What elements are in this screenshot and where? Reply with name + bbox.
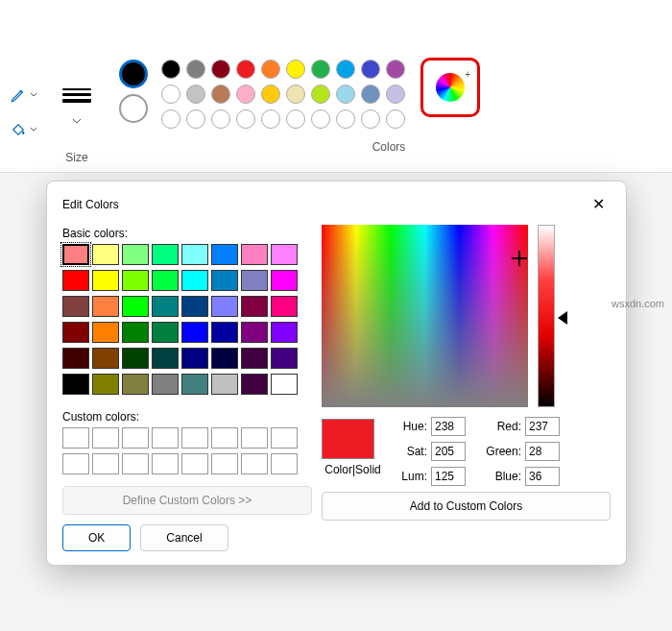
palette-swatch-empty[interactable]: [236, 109, 255, 129]
palette-swatch[interactable]: [361, 85, 380, 104]
custom-color-slot[interactable]: [122, 427, 149, 449]
hue-input[interactable]: [431, 417, 466, 436]
palette-swatch-empty[interactable]: [261, 109, 280, 129]
fill-tool[interactable]: [10, 121, 38, 138]
basic-color-swatch[interactable]: [241, 374, 268, 395]
palette-swatch[interactable]: [211, 85, 230, 104]
basic-color-swatch[interactable]: [241, 348, 268, 369]
basic-color-swatch[interactable]: [62, 348, 89, 369]
basic-color-swatch[interactable]: [122, 270, 149, 291]
palette-swatch-empty[interactable]: [386, 109, 405, 129]
basic-color-swatch[interactable]: [181, 296, 208, 317]
basic-color-swatch[interactable]: [152, 322, 179, 343]
palette-swatch[interactable]: [286, 60, 305, 79]
basic-color-swatch[interactable]: [62, 270, 89, 291]
add-to-custom-colors-button[interactable]: Add to Custom Colors: [322, 492, 611, 521]
basic-color-swatch[interactable]: [241, 296, 268, 317]
secondary-color-swatch[interactable]: [119, 94, 148, 123]
chevron-down-icon[interactable]: [72, 117, 82, 125]
basic-color-swatch[interactable]: [211, 322, 238, 343]
custom-color-slot[interactable]: [92, 427, 119, 449]
basic-color-swatch[interactable]: [271, 374, 298, 395]
custom-color-slot[interactable]: [241, 453, 268, 474]
custom-color-slot[interactable]: [241, 427, 268, 449]
sat-input[interactable]: [431, 442, 466, 461]
palette-swatch-empty[interactable]: [336, 109, 355, 129]
basic-color-swatch[interactable]: [92, 348, 119, 369]
custom-color-slot[interactable]: [211, 427, 238, 449]
basic-color-swatch[interactable]: [62, 374, 89, 395]
red-input[interactable]: [525, 417, 560, 436]
basic-color-swatch[interactable]: [241, 270, 268, 291]
basic-color-swatch[interactable]: [271, 296, 298, 317]
custom-color-slot[interactable]: [271, 427, 298, 449]
green-input[interactable]: [525, 442, 560, 461]
palette-swatch[interactable]: [261, 60, 280, 79]
custom-color-slot[interactable]: [122, 453, 149, 474]
basic-color-swatch[interactable]: [211, 374, 238, 395]
basic-color-swatch[interactable]: [122, 244, 149, 265]
palette-swatch[interactable]: [286, 85, 305, 104]
basic-color-swatch[interactable]: [211, 244, 238, 265]
basic-color-swatch[interactable]: [152, 270, 179, 291]
basic-color-swatch[interactable]: [92, 322, 119, 343]
basic-color-swatch[interactable]: [271, 322, 298, 343]
custom-color-slot[interactable]: [152, 453, 179, 474]
palette-swatch[interactable]: [336, 85, 355, 104]
custom-color-slot[interactable]: [271, 453, 298, 474]
basic-color-swatch[interactable]: [181, 244, 208, 265]
basic-color-swatch[interactable]: [211, 296, 238, 317]
palette-swatch[interactable]: [361, 60, 380, 79]
cancel-button[interactable]: Cancel: [140, 524, 228, 551]
luminosity-slider-arrow[interactable]: [558, 311, 567, 325]
basic-color-swatch[interactable]: [92, 270, 119, 291]
custom-color-slot[interactable]: [62, 453, 89, 474]
ok-button[interactable]: OK: [62, 524, 131, 551]
basic-color-swatch[interactable]: [181, 348, 208, 369]
basic-color-swatch[interactable]: [271, 348, 298, 369]
edit-colors-button[interactable]: [420, 58, 480, 117]
custom-color-slot[interactable]: [62, 427, 89, 449]
palette-swatch[interactable]: [311, 60, 330, 79]
basic-color-swatch[interactable]: [181, 322, 208, 343]
palette-swatch-empty[interactable]: [311, 109, 330, 129]
basic-color-swatch[interactable]: [92, 374, 119, 395]
palette-swatch[interactable]: [161, 60, 180, 79]
basic-color-swatch[interactable]: [271, 270, 298, 291]
palette-swatch[interactable]: [386, 60, 405, 79]
basic-color-swatch[interactable]: [271, 244, 298, 265]
primary-color-swatch[interactable]: [119, 60, 148, 88]
pencil-tool[interactable]: [10, 86, 38, 104]
basic-color-swatch[interactable]: [92, 244, 119, 265]
custom-color-slot[interactable]: [181, 427, 208, 449]
palette-swatch[interactable]: [186, 60, 205, 79]
basic-color-swatch[interactable]: [241, 322, 268, 343]
basic-color-swatch[interactable]: [122, 322, 149, 343]
basic-color-swatch[interactable]: [62, 322, 89, 343]
palette-swatch-empty[interactable]: [211, 109, 230, 129]
basic-color-swatch[interactable]: [92, 296, 119, 317]
custom-color-slot[interactable]: [211, 453, 238, 474]
basic-color-swatch[interactable]: [152, 244, 179, 265]
palette-swatch[interactable]: [236, 85, 255, 104]
size-icon[interactable]: [62, 86, 91, 104]
palette-swatch[interactable]: [236, 60, 255, 79]
custom-color-slot[interactable]: [181, 453, 208, 474]
palette-swatch-empty[interactable]: [161, 109, 180, 129]
custom-color-slot[interactable]: [92, 453, 119, 474]
palette-swatch[interactable]: [211, 60, 230, 79]
basic-color-swatch[interactable]: [241, 244, 268, 265]
lum-input[interactable]: [431, 467, 466, 486]
basic-color-swatch[interactable]: [62, 296, 89, 317]
basic-color-swatch[interactable]: [152, 296, 179, 317]
palette-swatch[interactable]: [336, 60, 355, 79]
palette-swatch[interactable]: [161, 85, 180, 104]
basic-color-swatch[interactable]: [181, 374, 208, 395]
basic-color-swatch[interactable]: [211, 348, 238, 369]
basic-color-swatch[interactable]: [122, 296, 149, 317]
close-button[interactable]: ✕: [587, 193, 611, 215]
palette-swatch[interactable]: [261, 85, 280, 104]
basic-color-swatch[interactable]: [211, 270, 238, 291]
palette-swatch-empty[interactable]: [286, 109, 305, 129]
color-spectrum[interactable]: [322, 225, 528, 407]
